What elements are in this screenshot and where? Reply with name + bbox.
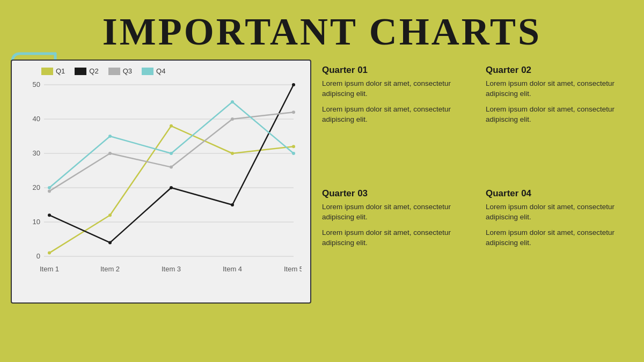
legend-q4-color xyxy=(142,68,153,75)
quarter-01-text-1: Lorem ipsum dolor sit amet, consectetur … xyxy=(322,79,470,99)
quarter-03-block: Quarter 03 Lorem ipsum dolor sit amet, c… xyxy=(322,186,470,304)
legend-q2: Q2 xyxy=(75,67,98,75)
quarter-01-title: Quarter 01 xyxy=(322,65,470,76)
svg-point-33 xyxy=(108,135,112,138)
page-title: IMPORTANT CHARTS xyxy=(0,0,644,54)
svg-point-28 xyxy=(108,152,112,155)
quarter-01-block: Quarter 01 Lorem ipsum dolor sit amet, c… xyxy=(322,62,470,180)
quarter-02-block: Quarter 02 Lorem ipsum dolor sit amet, c… xyxy=(486,62,633,180)
legend-q4-label: Q4 xyxy=(156,67,165,75)
chart-legend: Q1 Q2 Q3 Q4 xyxy=(41,67,302,75)
legend-q2-label: Q2 xyxy=(89,67,98,75)
legend-q1-label: Q1 xyxy=(56,67,65,75)
legend-q1-color xyxy=(41,68,53,75)
svg-point-20 xyxy=(231,152,234,155)
legend-q3: Q3 xyxy=(108,67,132,75)
svg-text:50: 50 xyxy=(33,80,40,88)
svg-point-32 xyxy=(48,186,51,189)
svg-point-22 xyxy=(48,213,51,217)
svg-point-24 xyxy=(170,186,173,189)
info-section: Quarter 01 Lorem ipsum dolor sit amet, c… xyxy=(322,60,633,304)
svg-text:40: 40 xyxy=(33,115,40,123)
quarter-03-text-2: Lorem ipsum dolor sit amet, consectetur … xyxy=(322,228,470,248)
svg-point-17 xyxy=(48,252,51,255)
svg-text:30: 30 xyxy=(33,149,40,157)
legend-q2-color xyxy=(75,68,86,75)
quarter-01-text-2: Lorem ipsum dolor sit amet, consectetur … xyxy=(322,105,470,125)
svg-point-18 xyxy=(108,213,112,217)
svg-text:Item 4: Item 4 xyxy=(223,265,242,273)
quarter-04-title: Quarter 04 xyxy=(486,188,633,199)
svg-point-26 xyxy=(292,83,295,86)
legend-q3-color xyxy=(108,68,120,75)
quarter-02-text-1: Lorem ipsum dolor sit amet, consectetur … xyxy=(486,79,633,99)
svg-point-36 xyxy=(292,152,295,155)
quarter-02-title: Quarter 02 xyxy=(486,65,633,76)
svg-point-34 xyxy=(170,152,173,155)
svg-point-30 xyxy=(231,117,234,121)
svg-text:0: 0 xyxy=(36,252,40,260)
quarter-04-text-1: Lorem ipsum dolor sit amet, consectetur … xyxy=(486,202,633,223)
legend-q4: Q4 xyxy=(142,67,165,75)
chart-card: Q1 Q2 Q3 Q4 xyxy=(11,60,311,304)
legend-q3-label: Q3 xyxy=(123,67,132,75)
svg-point-25 xyxy=(231,203,234,206)
legend-q1: Q1 xyxy=(41,67,65,75)
svg-point-31 xyxy=(292,110,295,114)
svg-point-35 xyxy=(231,100,234,104)
svg-text:Item 2: Item 2 xyxy=(100,265,120,273)
svg-point-21 xyxy=(292,145,295,148)
svg-point-29 xyxy=(170,166,173,169)
svg-text:Item 5: Item 5 xyxy=(284,265,302,273)
quarter-03-title: Quarter 03 xyxy=(322,188,470,199)
svg-point-23 xyxy=(108,241,112,244)
svg-text:Item 3: Item 3 xyxy=(162,265,181,273)
quarter-04-text-2: Lorem ipsum dolor sit amet, consectetur … xyxy=(486,228,633,248)
svg-text:20: 20 xyxy=(33,183,40,191)
quarter-04-block: Quarter 04 Lorem ipsum dolor sit amet, c… xyxy=(486,186,633,304)
svg-point-27 xyxy=(48,189,51,193)
quarter-02-text-2: Lorem ipsum dolor sit amet, consectetur … xyxy=(486,105,633,125)
svg-text:10: 10 xyxy=(33,218,40,226)
svg-point-19 xyxy=(170,124,173,128)
svg-text:Item 1: Item 1 xyxy=(40,265,59,273)
quarter-03-text-1: Lorem ipsum dolor sit amet, consectetur … xyxy=(322,202,470,223)
line-chart: 50 40 30 20 10 0 Item 1 Item 2 Item 3 It… xyxy=(20,79,302,283)
